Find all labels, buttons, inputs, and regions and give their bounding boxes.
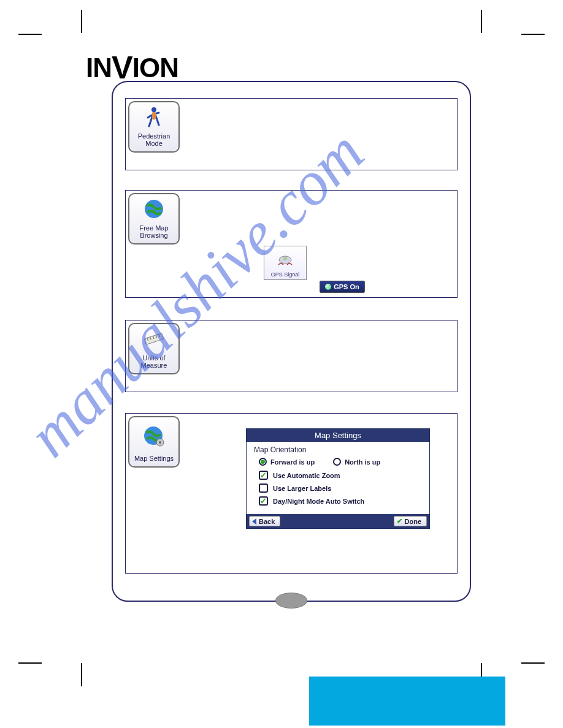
crop-mark [81, 663, 82, 686]
globe-icon [144, 194, 164, 224]
row-units: Units of Measure [125, 320, 458, 392]
radio-forward-up[interactable]: Forward is up [259, 458, 315, 466]
chk-daynight-label: Day/Night Mode Auto Switch [273, 498, 364, 505]
gps-signal-label: GPS Signal [271, 271, 300, 278]
map-settings-dialog: Map Settings Map Orientation Forward is … [246, 428, 430, 529]
chk-labels-label: Use Larger Labels [273, 485, 331, 492]
svg-point-13 [159, 441, 161, 444]
crop-mark [81, 10, 82, 33]
radio-north-up[interactable]: North is up [333, 458, 380, 466]
radio-icon [333, 458, 341, 466]
free-map-label: Free Map Browsing [139, 224, 168, 240]
pedestrian-mode-button[interactable]: Pedestrian Mode [128, 101, 180, 153]
crop-mark [18, 662, 42, 664]
pedestrian-icon [145, 102, 163, 132]
checkbox-auto-zoom[interactable]: Use Automatic Zoom [259, 471, 422, 480]
back-button-label: Back [259, 518, 275, 525]
free-map-browsing-button[interactable]: Free Map Browsing [128, 193, 180, 245]
check-icon: ✔ [397, 517, 402, 525]
brand-logo: INVION [86, 48, 178, 85]
pedestrian-label: Pedestrian Mode [138, 132, 170, 148]
crop-mark [18, 34, 42, 35]
crop-mark [481, 10, 482, 33]
units-label: Units of Measure [141, 354, 167, 370]
checkbox-icon [259, 496, 268, 506]
globe-gear-icon [143, 417, 165, 455]
row-pedestrian: Pedestrian Mode [125, 98, 458, 170]
gps-signal-button[interactable]: GPS Signal [264, 246, 307, 280]
mapsettings-label: Map Settings [134, 455, 174, 463]
units-of-measure-button[interactable]: Units of Measure [128, 323, 180, 374]
panel-knob [275, 593, 307, 609]
done-button[interactable]: ✔ Done [394, 516, 427, 526]
gps-on-button[interactable]: GPS On [320, 281, 365, 293]
checkbox-icon [259, 471, 268, 480]
svg-point-4 [283, 257, 287, 260]
checkbox-larger-labels[interactable]: Use Larger Labels [259, 483, 422, 493]
ruler-icon [144, 324, 164, 354]
crop-mark [521, 662, 545, 664]
done-button-label: Done [405, 518, 422, 525]
back-button[interactable]: Back [249, 516, 280, 526]
row-freemap: Free Map Browsing GPS Signal GPS On [125, 190, 458, 298]
map-settings-button[interactable]: Map Settings [128, 416, 180, 468]
back-arrow-icon [252, 518, 256, 525]
gps-dot-icon [325, 284, 331, 290]
checkbox-icon [259, 483, 268, 493]
device-panel: Pedestrian Mode Free Map Browsing GPS S [112, 81, 471, 602]
checkbox-daynight[interactable]: Day/Night Mode Auto Switch [259, 496, 422, 506]
footer-blue-box [309, 677, 505, 726]
crop-mark [521, 34, 545, 35]
row-mapsettings: Map Settings Map Settings Map Orientatio… [125, 413, 458, 574]
satellite-icon [276, 246, 294, 271]
radio-north-label: North is up [345, 458, 380, 466]
dialog-subtitle: Map Orientation [254, 446, 422, 454]
dialog-title: Map Settings [247, 429, 429, 442]
radio-icon [259, 458, 267, 466]
chk-zoom-label: Use Automatic Zoom [273, 472, 340, 479]
svg-rect-1 [152, 112, 156, 119]
radio-forward-label: Forward is up [270, 458, 315, 466]
gps-on-label: GPS On [334, 283, 359, 290]
